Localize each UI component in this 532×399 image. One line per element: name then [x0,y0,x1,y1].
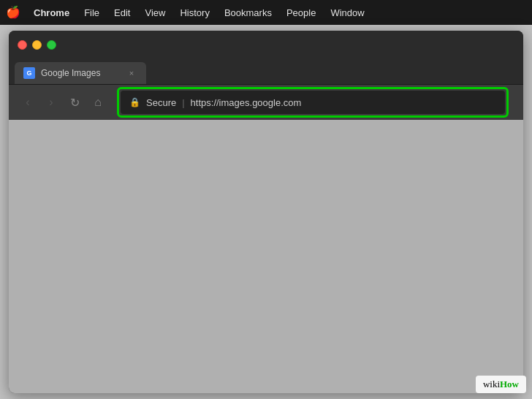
page-content [9,120,523,393]
wikihow-how: How [500,379,519,390]
title-bar [9,31,523,58]
traffic-lights [18,40,56,50]
address-bar-wrapper: 🔒 Secure | https://images.google.com [117,87,509,118]
tab-title: Google Images [41,68,120,78]
tab-bar: G Google Images × [9,58,523,85]
browser-toolbar: ‹ › ↻ ⌂ 🔒 Secure | https://images.google… [9,85,523,120]
home-button[interactable]: ⌂ [88,92,108,113]
lock-icon: 🔒 [129,97,140,107]
menu-bar: 🍎 Chrome File Edit View History Bookmark… [0,0,532,25]
secure-label: Secure [146,97,176,108]
menu-edit[interactable]: Edit [107,0,137,25]
browser-tab[interactable]: G Google Images × [15,62,146,84]
address-bar-highlight: 🔒 Secure | https://images.google.com [117,87,509,118]
back-button[interactable]: ‹ [18,92,38,113]
menu-view[interactable]: View [137,0,172,25]
menu-bookmarks[interactable]: Bookmarks [217,0,279,25]
menu-window[interactable]: Window [323,0,371,25]
tab-close-button[interactable]: × [126,67,137,79]
reload-button[interactable]: ↻ [64,92,85,113]
wikihow-badge: wikiHow [476,376,526,393]
forward-button[interactable]: › [41,92,61,113]
apple-menu[interactable]: 🍎 [6,7,20,18]
fullscreen-window-button[interactable] [47,40,56,50]
menu-people[interactable]: People [279,0,323,25]
close-window-button[interactable] [18,40,27,50]
minimize-window-button[interactable] [32,40,42,50]
browser-window: G Google Images × ‹ › ↻ ⌂ 🔒 Secure | htt… [9,31,523,393]
menu-file[interactable]: File [77,0,107,25]
menu-chrome[interactable]: Chrome [26,0,77,25]
wikihow-wiki: wiki [483,379,500,390]
tab-favicon: G [23,67,35,79]
url-text: https://images.google.com [191,97,496,108]
menu-history[interactable]: History [172,0,216,25]
address-bar[interactable]: 🔒 Secure | https://images.google.com [121,91,505,114]
url-divider: | [182,97,184,108]
